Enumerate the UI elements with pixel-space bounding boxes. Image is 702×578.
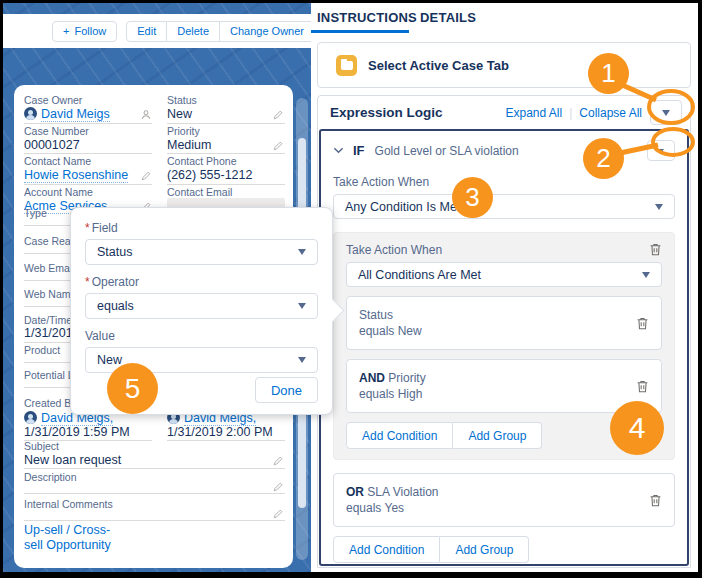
record-actions-group: Edit Delete Change Owner (126, 21, 338, 42)
delete-button[interactable]: Delete (167, 21, 220, 42)
edit-pencil-icon[interactable] (272, 481, 284, 493)
field-select[interactable]: Status (85, 239, 318, 265)
expand-all-link[interactable]: Expand All (505, 106, 562, 120)
operator-label: *Operator (85, 275, 318, 289)
case-toolbar: + Follow Edit Delete Change Owner (3, 14, 311, 48)
status-value: New (167, 107, 192, 121)
field-label: *Field (85, 221, 318, 235)
collapse-all-link[interactable]: Collapse All (579, 106, 642, 120)
required-asterisk: * (85, 221, 90, 235)
subject-value: New loan request (24, 453, 121, 467)
tab-details[interactable]: DETAILS (420, 10, 476, 25)
add-condition-button[interactable]: Add Condition (333, 536, 440, 563)
account-name-label: Account Name (24, 186, 93, 198)
created-by-label: Created By (24, 397, 77, 409)
priority-label: Priority (167, 125, 200, 137)
dropdown-arrow-icon (298, 357, 306, 363)
delete-condition-trash-icon[interactable] (649, 493, 662, 508)
group-add-buttons: Add Condition Add Group (346, 422, 542, 449)
edit-pencil-icon[interactable] (272, 508, 284, 520)
tab-instructions[interactable]: INSTRUCTIONS (317, 10, 417, 25)
callout-1: 1 (588, 53, 629, 94)
if-name: Gold Level or SLA violation (375, 144, 519, 158)
if-menu-button[interactable] (647, 140, 675, 161)
screenshot-frame: + Follow Edit Delete Change Owner Case O… (0, 0, 702, 578)
add-group-button[interactable]: Add Group (453, 422, 542, 449)
done-button[interactable]: Done (255, 377, 318, 403)
change-owner-icon[interactable] (140, 109, 152, 121)
chevron-down-icon (333, 145, 344, 156)
web-email-label: Web Email (24, 262, 75, 274)
add-group-button[interactable]: Add Group (440, 536, 529, 563)
priority-value: Medium (167, 138, 211, 152)
contact-email-label: Contact Email (167, 186, 232, 198)
select-active-case-tab-label: Select Active Case Tab (368, 58, 509, 73)
callout-5: 5 (107, 363, 158, 414)
case-owner-link[interactable]: David Meigs (41, 107, 110, 122)
condition-text: AND Priority equals High (359, 370, 426, 402)
plus-icon: + (63, 25, 69, 37)
if-add-buttons: Add Condition Add Group (333, 536, 529, 563)
contact-phone-label: Contact Phone (167, 155, 236, 167)
dropdown-arrow-icon (298, 303, 306, 309)
callout-3: 3 (452, 177, 493, 218)
value-label: Value (85, 329, 318, 343)
operator-select[interactable]: equals (85, 293, 318, 319)
callout-4: 4 (610, 401, 664, 455)
case-owner-label: Case Owner (24, 94, 82, 106)
condition-text: OR SLA Violation equals Yes (346, 484, 439, 516)
delete-condition-trash-icon[interactable] (636, 316, 649, 331)
product-label: Product (24, 344, 60, 356)
all-conditions-select[interactable]: All Conditions Are Met (346, 262, 662, 287)
change-owner-button[interactable]: Change Owner (220, 21, 315, 42)
created-by-date: 1/31/2019 1:59 PM (24, 425, 130, 439)
edit-pencil-icon[interactable] (272, 109, 284, 121)
expression-logic-menu-button[interactable] (650, 100, 682, 125)
status-label: Status (167, 94, 197, 106)
contact-name-link[interactable]: Howie Rosenshine (24, 168, 128, 183)
required-asterisk: * (85, 275, 90, 289)
group-take-action-when-label: Take Action When (346, 243, 442, 257)
condition-priority-card[interactable]: AND Priority equals High (346, 359, 662, 413)
modified-by-date: 1/31/2019 2:00 PM (167, 425, 273, 439)
dropdown-arrow-icon (655, 204, 663, 210)
delete-group-trash-icon[interactable] (649, 242, 662, 257)
case-number-value: 00001027 (24, 138, 80, 152)
case-owner-value: David Meigs (24, 107, 110, 121)
edit-pencil-icon[interactable] (272, 140, 284, 152)
case-number-label: Case Number (24, 125, 89, 137)
description-label: Description (24, 471, 77, 483)
case-tab-icon (336, 55, 357, 76)
any-condition-select[interactable]: Any Condition Is Met (333, 194, 675, 219)
follow-button[interactable]: + Follow (52, 21, 117, 42)
condition-sla-card[interactable]: OR SLA Violation equals Yes (333, 473, 675, 527)
contact-name-value: Howie Rosenshine (24, 168, 128, 182)
expression-logic-header: Expression Logic Expand All | Collapse A… (318, 96, 690, 129)
edit-pencil-icon[interactable] (140, 170, 152, 182)
upsell-crosssell-opportunity-link[interactable]: Up-sell / Cross-sell Opportunity (24, 523, 124, 553)
dropdown-arrow-icon (662, 110, 670, 116)
edit-pencil-icon[interactable] (272, 455, 284, 467)
web-name-label: Web Name (24, 288, 76, 300)
dropdown-arrow-icon (658, 149, 664, 153)
callout-2: 2 (583, 138, 624, 179)
add-condition-button[interactable]: Add Condition (346, 422, 453, 449)
expression-logic-title: Expression Logic (330, 105, 443, 120)
dropdown-arrow-icon (642, 272, 650, 278)
active-tab-underline (311, 30, 409, 33)
dropdown-arrow-icon (298, 249, 306, 255)
if-expression-box: IF Gold Level or SLA violation Take Acti… (319, 129, 689, 566)
internal-comments-label: Internal Comments (24, 498, 113, 510)
if-keyword: IF (353, 143, 365, 158)
edit-button[interactable]: Edit (126, 21, 167, 42)
contact-name-label: Contact Name (24, 155, 91, 167)
links-separator: | (569, 106, 572, 120)
instructions-panel: INSTRUCTIONS DETAILS Select Active Case … (311, 3, 698, 572)
condition-status-card[interactable]: Status equals New (346, 296, 662, 350)
expression-links: Expand All | Collapse All (505, 106, 642, 120)
delete-condition-trash-icon[interactable] (636, 379, 649, 394)
select-active-case-tab-item[interactable]: Select Active Case Tab (317, 42, 691, 88)
avatar (24, 411, 37, 424)
expression-logic-card: Expression Logic Expand All | Collapse A… (317, 95, 691, 568)
take-action-when-label: Take Action When (333, 175, 675, 189)
